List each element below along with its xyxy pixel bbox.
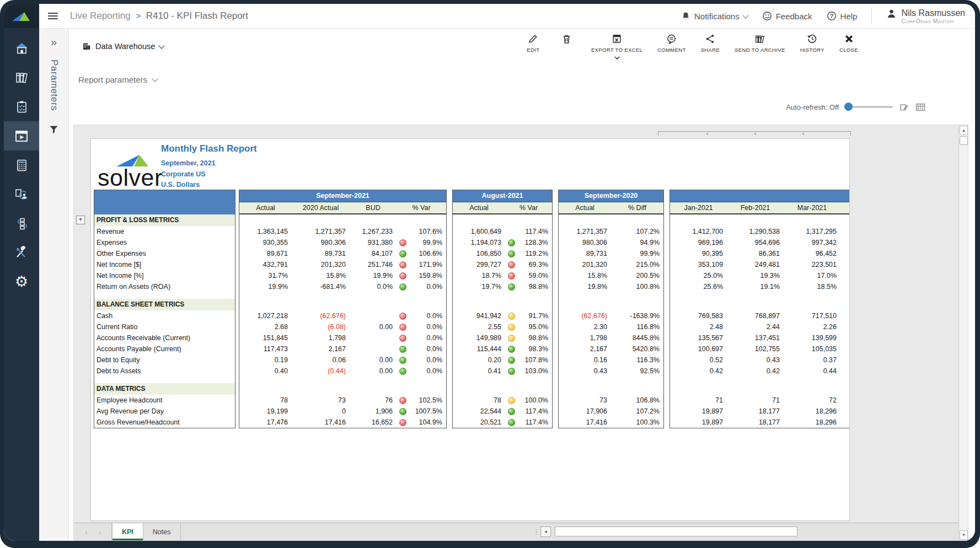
table-cell (840, 226, 850, 237)
table-cell: 1,271,357 (559, 226, 611, 237)
auto-refresh-slider[interactable] (845, 106, 893, 108)
edit-button[interactable]: EDIT (524, 34, 543, 53)
menu-toggle-icon[interactable] (48, 11, 58, 21)
sidebar-item-live-reporting[interactable] (4, 121, 39, 151)
variance-cell: 119.2% (505, 248, 552, 259)
table-cell (239, 299, 446, 310)
horizontal-scroll-thumb[interactable] (555, 526, 797, 536)
table-cell: 0.00 (350, 366, 397, 377)
row-label: Revenue (94, 226, 235, 237)
scroll-left-button[interactable]: ◂ (540, 526, 551, 537)
sidebar-item-library[interactable] (4, 63, 39, 92)
sidebar-item-settings[interactable]: ⚙ (4, 267, 39, 297)
table-row: 25.6%19.1%18.5% (670, 281, 850, 292)
document-user-icon (14, 187, 29, 202)
notifications-button[interactable]: Notifications (681, 11, 748, 21)
sidebar-item-tasks[interactable] (4, 92, 39, 121)
table-cell: 0.37 (784, 354, 840, 366)
page-break-ruler (658, 131, 851, 136)
table-cell (239, 377, 446, 383)
expand-parameters-button[interactable]: » (51, 36, 57, 47)
expand-group-button[interactable]: + (76, 216, 85, 224)
table-cell: 0.43 (727, 354, 784, 366)
table-row (559, 214, 663, 226)
table-cell: 1,027,218 (239, 310, 292, 321)
solver-logo-icon[interactable] (4, 4, 39, 28)
variance-cell: 0.0% (397, 366, 446, 377)
variance-cell: 128.3% (505, 237, 552, 248)
table-cell (670, 190, 850, 202)
delete-button[interactable]: EDIT (558, 34, 576, 47)
table-cell: 249,481 (727, 259, 784, 270)
slider-knob[interactable] (844, 103, 853, 111)
table-row: DATA METRICS (94, 383, 235, 395)
history-button[interactable]: HISTORY (800, 34, 824, 53)
status-light-green (508, 357, 515, 364)
table-row: Cash (94, 310, 235, 321)
table-cell: 19.9% (239, 281, 292, 292)
scroll-down-button[interactable]: ▼ (960, 530, 968, 540)
vertical-scrollbar[interactable]: ▲ ▼ (958, 125, 968, 540)
vertical-scroll-thumb[interactable] (960, 136, 968, 145)
next-sheet-button[interactable]: › (99, 527, 101, 536)
table-cell: 22,544 (453, 406, 505, 417)
sheet-tab-notes[interactable]: Notes (143, 523, 181, 540)
table-row (670, 383, 850, 395)
table-cell: 18,177 (727, 417, 784, 428)
status-light-yellow (508, 335, 515, 342)
table-cell: 0.00 (350, 321, 397, 332)
report-parameters-toggle[interactable]: Report parameters (78, 75, 147, 84)
help-button[interactable]: ? Help (827, 11, 858, 21)
sidebar-item-budgeting[interactable] (4, 151, 39, 180)
table-cell: 73 (292, 395, 350, 406)
table-row (670, 377, 850, 383)
close-button[interactable]: CLOSE (839, 34, 858, 53)
table-cell: 73 (559, 395, 611, 406)
table-cell (239, 292, 446, 299)
row-label: Avg Revenue per Day (94, 406, 235, 417)
column-header: Jan-2021 (670, 202, 727, 214)
column-header: Actual (453, 202, 505, 214)
share-button[interactable]: SHARE (701, 34, 720, 53)
table-cell (840, 270, 850, 281)
history-icon (807, 34, 817, 44)
variance-cell: 91.7% (505, 310, 552, 321)
export-to-excel-button[interactable]: EXPORT TO EXCEL (591, 34, 642, 60)
variance-cell: 0.0% (397, 343, 446, 354)
section-header: PROFIT & LOSS METRICS (94, 214, 235, 226)
table-cell: 18,296 (784, 406, 840, 417)
table-cell: 0.42 (670, 366, 727, 377)
sidebar-item-assignments[interactable] (4, 180, 39, 209)
table-row: 17,906107.2% (559, 406, 663, 417)
grid-view-icon[interactable] (915, 103, 925, 112)
sheet-tab-kpi[interactable]: KPI (112, 523, 143, 540)
table-cell (840, 248, 850, 259)
scroll-up-button[interactable]: ▲ (960, 126, 968, 135)
breadcrumb-separator: > (136, 12, 141, 20)
table-cell: 215.0% (611, 259, 663, 270)
send-to-archive-button[interactable]: SEND TO ARCHIVE (735, 34, 785, 53)
filter-icon[interactable] (49, 125, 58, 136)
prev-sheet-button[interactable]: ‹ (85, 527, 88, 536)
sidebar-item-home[interactable] (4, 34, 39, 63)
table-row: 135,567137,451139,599 (670, 332, 850, 343)
user-menu[interactable]: Nils Rasmussen CorpDemo Master (886, 8, 965, 24)
report-viewer-icon (14, 129, 29, 143)
table-cell: 15.8% (559, 270, 611, 281)
table-cell: 89,731 (559, 248, 611, 259)
sidebar-item-tools[interactable] (4, 238, 39, 267)
edit-mode-icon[interactable] (899, 103, 909, 112)
feedback-button[interactable]: Feedback (762, 11, 812, 21)
comment-button[interactable]: COMMENT (657, 34, 686, 53)
sidebar-item-workflow[interactable] (4, 209, 39, 238)
table-cell: 0.42 (727, 366, 784, 377)
column-header: % Var (397, 202, 446, 214)
splitter-handle[interactable]: ⋮ (533, 528, 540, 536)
table-row: Expenses (94, 237, 235, 248)
breadcrumb-section[interactable]: Live Reporting (70, 10, 131, 22)
table-cell: 19.3% (727, 270, 784, 281)
status-light-green (508, 419, 515, 426)
parameters-panel-label[interactable]: Parameters (49, 60, 60, 111)
datasource-dropdown[interactable]: Data Warehouse (82, 42, 164, 51)
status-light-red (399, 335, 406, 342)
